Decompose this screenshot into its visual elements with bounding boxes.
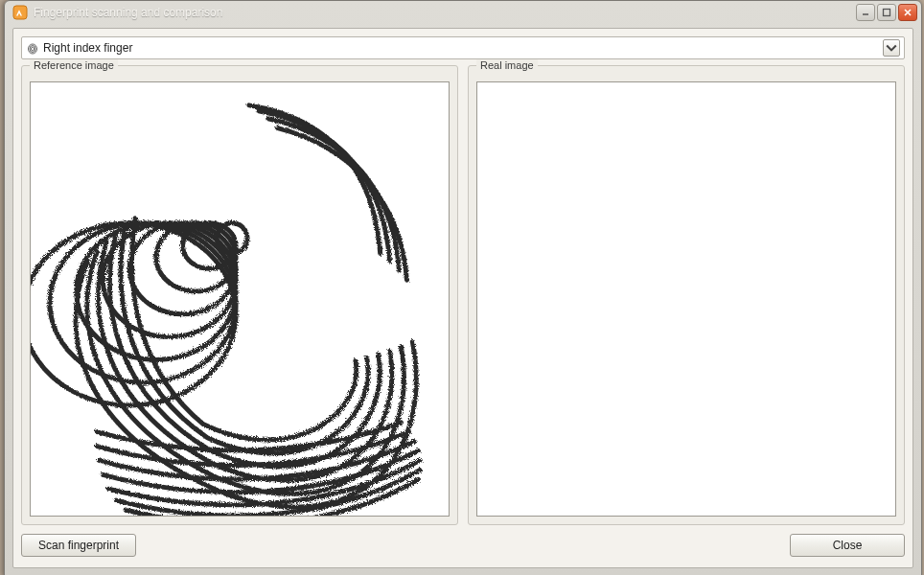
- close-button[interactable]: Close: [790, 534, 905, 557]
- minimize-button[interactable]: [856, 4, 875, 21]
- svg-point-6: [30, 46, 35, 53]
- finger-selector-label: Right index finger: [43, 41, 883, 55]
- maximize-button[interactable]: [877, 4, 896, 21]
- reference-image-title: Reference image: [30, 59, 118, 71]
- titlebar[interactable]: Fingerprint scanning and comparison: [5, 1, 921, 24]
- image-panels: Reference image: [21, 65, 905, 525]
- window-title: Fingerprint scanning and comparison: [32, 6, 856, 19]
- close-window-button[interactable]: [898, 4, 917, 21]
- real-image-frame: [476, 81, 896, 517]
- window-controls: [856, 4, 917, 21]
- client-area: Right index finger Reference image: [12, 28, 913, 568]
- fingerprint-icon: [26, 41, 39, 55]
- reference-image-group: Reference image: [21, 65, 458, 525]
- finger-selector[interactable]: Right index finger: [21, 36, 905, 59]
- fingerprint-image: [31, 82, 449, 516]
- svg-rect-2: [884, 10, 890, 16]
- reference-image-frame: [30, 81, 450, 517]
- fingerprint-app-icon: [12, 5, 28, 20]
- scan-fingerprint-button[interactable]: Scan fingerprint: [21, 534, 136, 557]
- svg-point-7: [32, 47, 35, 51]
- real-image-group: Real image: [468, 65, 905, 525]
- real-image-title: Real image: [476, 59, 538, 71]
- footer: Scan fingerprint Close: [21, 531, 905, 560]
- chevron-down-icon[interactable]: [883, 39, 900, 57]
- dialog-window: Fingerprint scanning and comparison Righ…: [4, 0, 922, 575]
